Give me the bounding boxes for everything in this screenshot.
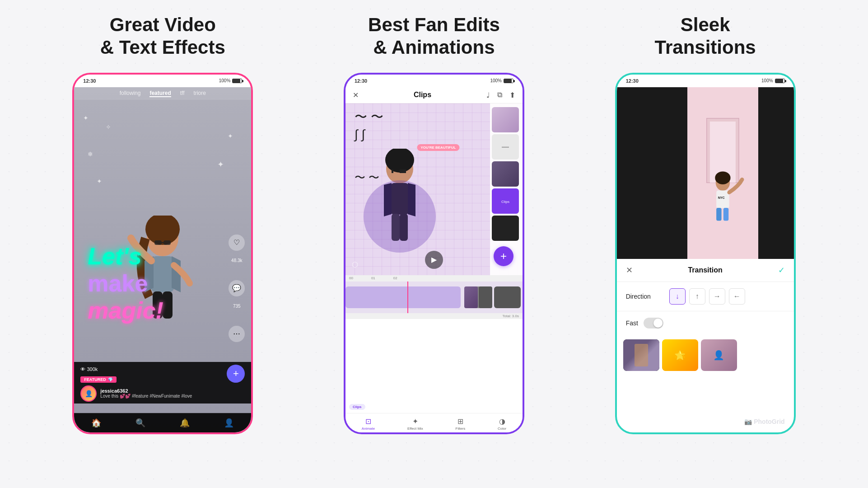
clips-tab[interactable]: Clips <box>349 404 365 410</box>
dir-left-button[interactable]: ← <box>729 288 745 305</box>
eye-icon: 👁 <box>80 366 87 372</box>
direction-buttons: ↓ ↑ → ← <box>669 288 745 305</box>
direction-label: Direction <box>626 293 662 300</box>
toolbar-filters[interactable]: ⊞ Filters <box>456 417 466 431</box>
share-icon[interactable]: ⋯ <box>229 326 245 342</box>
track-purple <box>345 286 461 308</box>
phone3-video: NYC <box>617 87 794 259</box>
corner-frame-icon[interactable]: ⬡ <box>352 260 358 269</box>
section-fan-edits: Best Fan Edits & Animations 12:30 100% ✕… <box>308 14 560 434</box>
phone1-tabbar: 🏠 🔍 🔔 👤 <box>74 413 251 432</box>
section-title-1: Great Video & Text Effects <box>100 14 225 59</box>
phone2-toolbar: ⊡ Animate ✦ Effect Mix ⊞ Filters ◑ Color <box>345 413 523 432</box>
thumb-2[interactable]: 🌟 <box>662 339 698 371</box>
phone1-content: following featured tff triore ✦ ✧ ✦ ❄ ✦ … <box>74 87 251 432</box>
battery-icon-3 <box>775 79 785 83</box>
confirm-transition-button[interactable]: ✓ <box>778 265 785 275</box>
time-mark-2: 02 <box>393 276 397 280</box>
play-button[interactable]: ▶ <box>425 251 443 269</box>
timeline-bar: 00 01 02 <box>345 275 523 282</box>
phone-3: 12:30 100% <box>615 73 796 434</box>
clip-thumb-dark[interactable] <box>492 216 519 241</box>
user-avatar: 👤 <box>80 385 97 402</box>
direction-row: Direction ↓ ↑ → ← <box>617 282 794 311</box>
profile-tab[interactable]: 👤 <box>224 418 234 428</box>
neon-text-overlay: Let's make magic! <box>88 243 163 324</box>
likes-count: 48.3k <box>231 258 242 263</box>
timeline-tracks[interactable] <box>345 282 523 313</box>
watermark-text: 📷 <box>744 418 754 425</box>
neon-line3: magic! <box>88 297 163 324</box>
phone2-header: ✕ Clips ♩ ⧉ ⬆ <box>345 87 523 103</box>
thumb-3[interactable]: 👤 <box>701 339 737 371</box>
section-title-3: Sleek Transitions <box>655 14 756 59</box>
doodle-2: ∫ ∫ <box>355 126 383 143</box>
nav-featured[interactable]: featured <box>149 90 171 97</box>
like-icon[interactable]: ♡ <box>229 235 245 251</box>
sparkle-1: ✦ <box>83 114 89 122</box>
dir-down-button[interactable]: ↓ <box>669 288 686 305</box>
clips-title: Clips <box>414 91 431 99</box>
effect-mix-icon: ✦ <box>412 417 418 426</box>
comments-count: 735 <box>233 304 241 309</box>
home-tab[interactable]: 🏠 <box>91 418 101 428</box>
clip-thumb-selected[interactable]: Clips <box>492 188 519 214</box>
comment-icon[interactable]: 💬 <box>229 280 245 296</box>
clip-thumb-2[interactable]: ▬▬ <box>492 134 519 160</box>
track-thumbs <box>464 286 521 308</box>
animate-icon: ⊡ <box>365 417 371 426</box>
nav-triore[interactable]: triore <box>194 90 206 97</box>
music-icon[interactable]: ♩ <box>486 91 490 99</box>
phone1-nav[interactable]: following featured tff triore <box>74 87 251 100</box>
transition-center-panel: NYC <box>687 87 758 259</box>
search-tab[interactable]: 🔍 <box>135 418 145 428</box>
status-bar-2: 12:30 100% <box>345 75 523 87</box>
nav-following[interactable]: following <box>120 90 141 97</box>
thumb-1[interactable] <box>623 339 659 371</box>
filters-label: Filters <box>456 427 466 431</box>
status-bar-1: 12:30 100% <box>74 75 251 87</box>
sparkle-6: ✦ <box>97 178 102 185</box>
caption: Love this 💕💕 #feature #NewFunimate #love <box>100 394 245 399</box>
time-mark-1: 01 <box>371 276 375 280</box>
fast-toggle[interactable] <box>644 318 663 328</box>
svg-rect-23 <box>717 208 722 221</box>
toolbar-animate[interactable]: ⊡ Animate <box>362 417 375 431</box>
add-button[interactable]: + <box>494 246 513 266</box>
add-clip-button[interactable]: + <box>227 365 245 383</box>
close-transition-button[interactable]: ✕ <box>626 265 633 275</box>
phone3-panel: ✕ Transition ✓ Direction ↓ ↑ → ← Fast <box>617 259 794 335</box>
phone-1: 12:30 100% following featured tff triore… <box>72 73 253 434</box>
sparkle-3: ✦ <box>228 132 233 140</box>
battery-label-1: 100% <box>219 78 231 83</box>
transition-left-panel <box>617 87 688 259</box>
nav-tff[interactable]: tff <box>180 90 185 97</box>
sparkle-4: ❄ <box>88 150 93 158</box>
filters-icon: ⊞ <box>457 417 463 426</box>
battery-label-3: 100% <box>761 78 773 83</box>
clip-thumb-3[interactable] <box>492 161 519 187</box>
toolbar-effect-mix[interactable]: ✦ Effect Mix <box>407 417 423 431</box>
dir-up-button[interactable]: ↑ <box>689 288 705 305</box>
share-icon-2[interactable]: ⬆ <box>509 91 515 99</box>
thumbnails-strip: 🌟 👤 <box>617 335 794 375</box>
bell-tab[interactable]: 🔔 <box>180 418 190 428</box>
toolbar-color[interactable]: ◑ Color <box>498 417 506 431</box>
bottom-info: 👁 300k FEATURED 💎 👤 jessica6362 Love thi… <box>74 362 251 404</box>
fast-label: Fast <box>626 319 638 327</box>
svg-point-15 <box>364 180 436 253</box>
svg-point-20 <box>715 171 731 184</box>
close-button-2[interactable]: ✕ <box>353 91 359 99</box>
total-label: Total: 3.0s <box>345 313 523 319</box>
section-transitions: Sleek Transitions 12:30 100% <box>579 14 832 434</box>
svg-rect-24 <box>723 208 728 221</box>
toggle-knob <box>653 319 663 328</box>
dir-right-button[interactable]: → <box>709 288 725 305</box>
clip-thumb-1[interactable] <box>492 107 519 132</box>
phone1-sidebar: ♡ 48.3k 💬 735 ⋯ <box>229 235 245 342</box>
layers-icon[interactable]: ⧉ <box>497 91 502 99</box>
doodle-1: 〜 〜 <box>355 108 383 126</box>
svg-text:NYC: NYC <box>718 196 725 200</box>
battery-label-2: 100% <box>490 78 502 83</box>
user-row: 👤 jessica6362 Love this 💕💕 #feature #New… <box>80 385 245 402</box>
